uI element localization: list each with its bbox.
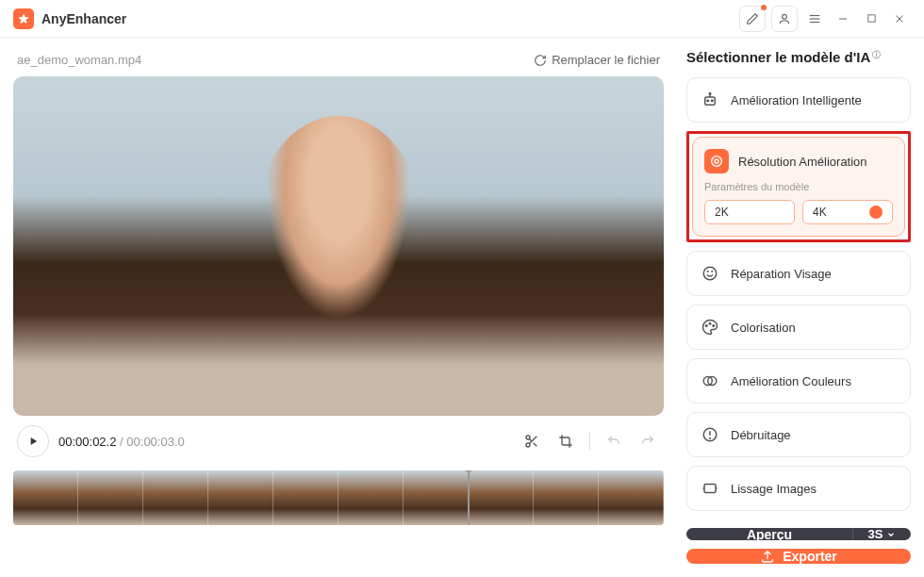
crop-icon	[558, 434, 573, 449]
app-title: AnyEnhancer	[41, 11, 126, 26]
edit-button[interactable]	[739, 6, 766, 32]
svg-point-21	[707, 271, 708, 272]
export-button[interactable]: Exporter	[686, 549, 911, 564]
robot-icon	[699, 89, 721, 111]
model-label: Lissage Images	[731, 482, 817, 496]
svg-rect-5	[867, 15, 874, 22]
model-label: Amélioration Couleurs	[731, 374, 851, 388]
denoise-icon	[699, 423, 721, 446]
param-4k-button[interactable]: 4K	[802, 200, 893, 224]
play-icon	[26, 435, 40, 448]
replace-file-label: Remplacer le fichier	[552, 53, 660, 67]
main-layout: ae_demo_woman.mp4 Remplacer le fichier 0…	[0, 38, 924, 577]
model-item-colorization[interactable]: Colorisation	[686, 305, 911, 350]
svg-point-9	[526, 443, 530, 447]
timeline-thumb	[78, 470, 143, 525]
color-enhance-icon	[699, 370, 721, 392]
panel-title: Sélectionner le modèle d'IAⓘ	[686, 49, 911, 65]
svg-point-8	[526, 436, 530, 439]
timeline-thumb	[599, 470, 664, 525]
model-item-smart-enhance[interactable]: Amélioration Intelligente	[686, 77, 911, 123]
redo-icon	[640, 434, 655, 449]
play-button[interactable]	[17, 425, 49, 457]
info-icon[interactable]: ⓘ	[872, 49, 881, 61]
app-logo	[13, 8, 34, 29]
video-preview[interactable]	[13, 76, 664, 416]
model-item-denoise[interactable]: Débruitage	[686, 412, 911, 457]
timeline-thumb	[13, 470, 78, 525]
export-icon	[760, 549, 775, 564]
file-row: ae_demo_woman.mp4 Remplacer le fichier	[13, 45, 664, 76]
model-label: Réparation Visage	[731, 267, 832, 281]
svg-point-17	[712, 100, 714, 102]
minimize-button[interactable]	[832, 13, 854, 25]
timeline[interactable]	[13, 470, 664, 525]
svg-point-25	[713, 325, 715, 327]
svg-point-0	[783, 14, 787, 19]
preview-button[interactable]: Aperçu	[686, 528, 852, 540]
svg-point-20	[703, 267, 717, 280]
model-item-resolution[interactable]: Résolution Amélioration Paramètres du mo…	[692, 137, 905, 237]
model-label: Résolution Amélioration	[738, 155, 867, 169]
target-icon	[704, 149, 729, 173]
timeline-thumb	[143, 470, 208, 525]
left-panel: ae_demo_woman.mp4 Remplacer le fichier 0…	[0, 38, 677, 577]
undo-button[interactable]	[602, 429, 626, 453]
timeline-thumb	[404, 470, 469, 525]
param-2k-button[interactable]: 2K	[704, 200, 795, 224]
redo-button[interactable]	[635, 429, 660, 453]
maximize-button[interactable]	[860, 13, 883, 24]
titlebar: AnyEnhancer	[0, 0, 924, 38]
svg-point-15	[709, 93, 711, 95]
timeline-thumb	[338, 470, 404, 525]
preview-bar: Aperçu 3S	[686, 528, 911, 540]
undo-icon	[606, 434, 621, 449]
replace-file-button[interactable]: Remplacer le fichier	[534, 53, 660, 67]
right-panel: Sélectionner le modèle d'IAⓘ Amélioratio…	[677, 38, 924, 577]
layers-icon	[699, 477, 721, 500]
svg-point-23	[706, 325, 708, 327]
cut-button[interactable]	[520, 429, 544, 453]
preview-duration-selector[interactable]: 3S	[852, 528, 911, 540]
model-label: Débruitage	[731, 428, 791, 442]
refresh-icon	[534, 54, 547, 67]
svg-point-24	[709, 323, 711, 325]
model-item-face-repair[interactable]: Réparation Visage	[686, 251, 911, 296]
timeline-thumb	[273, 470, 338, 525]
timeline-thumb	[208, 470, 273, 525]
model-item-smooth[interactable]: Lissage Images	[686, 466, 911, 511]
svg-point-30	[710, 437, 711, 438]
crop-button[interactable]	[553, 429, 578, 453]
close-button[interactable]	[888, 13, 911, 25]
time-total: 00:00:03.0	[126, 435, 184, 449]
svg-point-19	[715, 159, 718, 163]
svg-point-18	[712, 157, 722, 167]
chevron-down-icon	[886, 530, 896, 539]
tutorial-highlight: Résolution Amélioration Paramètres du mo…	[686, 131, 911, 242]
playback-controls: 00:00:02.2 / 00:00:03.0	[13, 416, 664, 467]
timecode: 00:00:02.2 / 00:00:03.0	[58, 435, 185, 449]
palette-icon	[699, 316, 721, 338]
svg-line-12	[529, 438, 532, 441]
scissors-icon	[524, 434, 539, 449]
svg-rect-31	[704, 485, 716, 493]
time-current: 00:00:02.2	[58, 435, 116, 449]
file-name: ae_demo_woman.mp4	[17, 53, 141, 67]
model-label: Amélioration Intelligente	[731, 93, 862, 107]
account-button[interactable]	[771, 6, 798, 32]
smile-icon	[699, 262, 721, 285]
svg-point-16	[707, 100, 709, 102]
timeline-thumb	[469, 470, 534, 525]
menu-button[interactable]	[803, 12, 826, 25]
model-item-color-enhance[interactable]: Amélioration Couleurs	[686, 358, 911, 404]
timeline-thumb	[534, 470, 599, 525]
params-label: Paramètres du modèle	[704, 181, 893, 192]
model-label: Colorisation	[731, 321, 796, 335]
svg-line-11	[534, 443, 537, 447]
svg-point-22	[712, 271, 713, 272]
